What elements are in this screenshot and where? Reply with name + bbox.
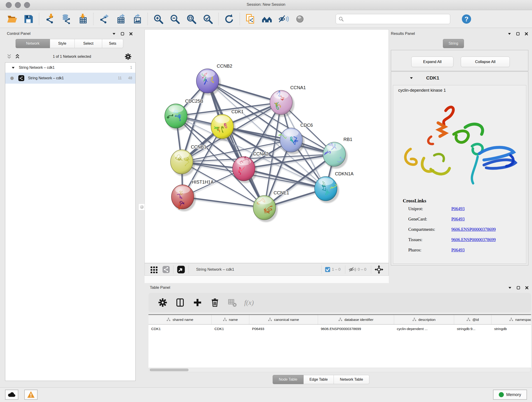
crosslink-pharos-link[interactable]: P06493	[451, 248, 465, 253]
help-icon[interactable]: ?	[461, 13, 472, 25]
network-node-CCNB1[interactable]: CCNB1	[171, 144, 206, 176]
warnings-button[interactable]	[24, 390, 38, 400]
panel-float-icon[interactable]	[516, 286, 520, 290]
network-node-HIST1H1A[interactable]: HIST1H1A	[171, 179, 214, 211]
collapse-all-tree-icon[interactable]	[15, 54, 20, 60]
table-cell[interactable]: stringdb:9...	[454, 327, 491, 331]
memory-button[interactable]: Memory	[493, 390, 527, 400]
network-node-RB1[interactable]: RB1	[323, 137, 352, 169]
import-database-icon[interactable]	[60, 13, 72, 25]
node-label-CCNB2: CCNB2	[217, 64, 232, 69]
column-label: description	[418, 318, 436, 322]
zoom-fit-icon[interactable]	[186, 13, 197, 25]
network-label: String Network – cdk1	[28, 76, 64, 80]
view-grid-icon[interactable]	[150, 266, 158, 273]
column-header-canonical-name[interactable]: canonical name	[249, 315, 318, 324]
expand-all-tree-icon[interactable]	[7, 54, 12, 60]
panel-close-icon[interactable]	[129, 32, 133, 36]
panel-menu-icon[interactable]	[112, 32, 116, 36]
table-cell[interactable]: CDK1	[212, 327, 249, 331]
add-column-icon[interactable]	[192, 297, 203, 308]
left-splitter-handle[interactable]	[138, 204, 145, 211]
table-cell[interactable]: CDK1	[148, 327, 212, 331]
show-columns-icon[interactable]	[175, 297, 185, 308]
panel-float-icon[interactable]	[516, 32, 520, 36]
toolbar-divider	[218, 13, 219, 25]
panel-close-icon[interactable]	[525, 32, 528, 36]
export-image-icon[interactable]	[131, 13, 143, 25]
table-cell[interactable]: 9606.ENSP00000378699	[318, 327, 394, 331]
scrollbar-thumb[interactable]	[150, 369, 189, 371]
network-collection-row[interactable]: String Network – cdk1 1	[5, 63, 135, 73]
network-node-CCNA1[interactable]: CCNA1	[270, 85, 306, 117]
tab-style[interactable]: Style	[50, 39, 75, 48]
gene-detail-card: cyclin-dependent kinase 1 CrossLinks Uni…	[393, 85, 526, 264]
table-cell[interactable]: cyclin-dependent ...	[394, 327, 454, 331]
column-header-database-identifier[interactable]: database identifier	[318, 315, 394, 324]
crosslink-row: Uniprot:P06493	[408, 206, 523, 211]
control-panel: Control Panel NetworkStyleSelectSets 1 o…	[3, 30, 136, 381]
collapse-all-button[interactable]: Collapse All	[461, 57, 510, 67]
import-table-icon[interactable]	[77, 13, 89, 25]
hide-unhide-icon[interactable]	[278, 13, 289, 25]
table-cell[interactable]: P06493	[249, 327, 318, 331]
crosslink-compartments-link[interactable]: 9606.ENSP00000378699	[451, 227, 496, 232]
zoom-selected-icon[interactable]	[202, 13, 214, 25]
status-bar: Memory	[0, 387, 532, 402]
crosslink-tissues-link[interactable]: 9606.ENSP00000378699	[451, 237, 496, 242]
zoom-in-icon[interactable]	[152, 13, 164, 25]
column-header-description[interactable]: description	[394, 315, 454, 324]
network-node-CCNB2[interactable]: CCNB2	[196, 64, 232, 95]
panel-float-icon[interactable]	[120, 32, 124, 36]
import-network-icon[interactable]	[44, 13, 56, 25]
fit-crosshair-icon[interactable]	[374, 265, 384, 274]
export-table-icon[interactable]	[115, 13, 126, 25]
export-network-icon[interactable]	[98, 13, 110, 25]
edge-count: 48	[128, 76, 132, 80]
network-node-CDKN1A[interactable]: CDKN1A	[315, 171, 354, 203]
panel-menu-icon[interactable]	[507, 32, 511, 36]
tab-sets[interactable]: Sets	[102, 39, 123, 48]
network-edge-CCNB2-CCNE1[interactable]	[208, 81, 264, 208]
zoom-out-icon[interactable]	[169, 13, 181, 25]
column-header-shared-name[interactable]: shared name	[148, 315, 212, 324]
cloud-button[interactable]	[5, 390, 18, 400]
save-session-icon[interactable]	[23, 13, 34, 25]
delete-table-icon	[227, 297, 238, 308]
column-header-name[interactable]: name	[212, 315, 249, 324]
tree-expander-icon[interactable]	[11, 66, 15, 70]
crosslink-genecard-link[interactable]: P06493	[451, 217, 465, 222]
tab-node-table[interactable]: Node Table	[273, 375, 304, 384]
column-header-@id[interactable]: @id	[454, 315, 491, 324]
home-icon[interactable]	[261, 13, 273, 25]
tab-network-table[interactable]: Network Table	[334, 375, 369, 384]
node-count: 11	[118, 76, 122, 80]
graphics-detail-icon[interactable]	[294, 13, 306, 25]
panel-close-icon[interactable]	[525, 286, 529, 290]
birdseye-view-icon[interactable]	[177, 265, 185, 274]
table-settings-gear-icon[interactable]	[157, 297, 168, 308]
panel-menu-icon[interactable]	[508, 286, 512, 290]
network-canvas[interactable]: CCNB2CCNA1CDC25BCDK1CDC6RB1CCNB1CCNA2CDK…	[145, 29, 389, 263]
tab-network[interactable]: Network	[16, 39, 50, 48]
clone-network-icon[interactable]	[245, 13, 256, 25]
table-row[interactable]: CDK1CDK1P064939606.ENSP00000378699cyclin…	[148, 325, 531, 333]
network-options-gear-icon[interactable]	[125, 53, 132, 60]
crosslink-uniprot-link[interactable]: P06493	[451, 206, 465, 211]
search-input[interactable]	[336, 14, 450, 24]
column-header-namespace[interactable]: namespace	[491, 315, 531, 324]
tab-edge-table[interactable]: Edge Table	[304, 375, 334, 384]
gene-section-header[interactable]: CDK1	[391, 72, 528, 84]
open-session-icon[interactable]	[6, 13, 18, 25]
refresh-network-icon[interactable]	[223, 13, 235, 25]
share-view-icon[interactable]	[162, 266, 170, 274]
delete-column-icon[interactable]	[210, 297, 220, 308]
tab-string[interactable]: String	[443, 39, 464, 48]
tab-select[interactable]: Select	[75, 39, 102, 48]
table-horizontal-scrollbar[interactable]	[148, 368, 531, 372]
table-cell[interactable]: stringdb	[491, 327, 531, 331]
section-expander-icon[interactable]	[409, 76, 413, 80]
network-row-selected[interactable]: String Network – cdk1 11 48	[5, 73, 135, 84]
selected-checkbox-icon[interactable]	[325, 267, 330, 272]
expand-all-button[interactable]: Expand All	[411, 57, 453, 67]
